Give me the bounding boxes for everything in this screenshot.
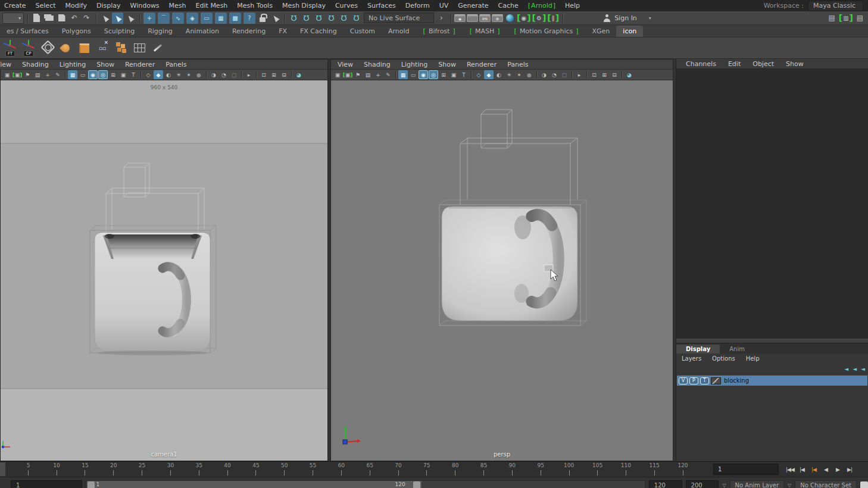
step-back-key-button[interactable]: |◀ xyxy=(797,467,807,473)
pane-single-layout-icon[interactable]: ⊡ xyxy=(259,70,268,79)
snap-curve-icon[interactable]: Ω xyxy=(301,12,312,24)
play-forwards-button[interactable]: ▶ xyxy=(832,467,843,473)
spreadsheet-shelf-icon[interactable] xyxy=(132,39,147,57)
panel-menu-lighting[interactable]: Lighting xyxy=(54,61,91,68)
menu-edit-mesh[interactable]: Edit Mesh xyxy=(192,2,232,10)
shelf-tab-rendering[interactable]: Rendering xyxy=(226,26,272,37)
shelf-tab-xgen[interactable]: XGen xyxy=(586,26,617,37)
menu-display[interactable]: Display xyxy=(92,2,125,10)
shelf-tab-fx[interactable]: FX xyxy=(272,26,294,37)
anim-layer-dropdown[interactable]: No Anim Layer xyxy=(730,480,785,488)
character-set-dropdown[interactable]: No Character Set xyxy=(795,480,857,488)
gamma-icon[interactable]: ◔ xyxy=(549,70,559,79)
shaded-display-icon[interactable]: ◆ xyxy=(154,70,163,79)
bend-deformer-shelf-icon[interactable] xyxy=(58,39,73,57)
create-empty-layer-icon[interactable]: ◄ xyxy=(861,366,865,372)
film-gate-icon[interactable]: ▭ xyxy=(78,70,88,79)
menu-modify[interactable]: Modify xyxy=(61,2,91,10)
layer-display-type-toggle[interactable]: T xyxy=(700,377,709,384)
redo-icon[interactable]: ↷ xyxy=(81,12,92,24)
menu-select[interactable]: Select xyxy=(32,2,60,10)
menu-uv[interactable]: UV xyxy=(435,2,453,10)
range-selected[interactable] xyxy=(87,481,422,488)
undo-icon[interactable]: ↶ xyxy=(68,12,80,24)
panel-menu-panels[interactable]: Panels xyxy=(160,61,192,68)
range-start-handle[interactable] xyxy=(88,481,95,488)
move-layer-up-icon[interactable]: ◄ xyxy=(844,366,848,372)
right-viewport[interactable]: persp xyxy=(331,80,673,461)
snap-grid-icon[interactable]: Ω xyxy=(288,12,299,24)
shelf-tab-rigging[interactable]: Rigging xyxy=(141,26,179,37)
panel-menu-view[interactable]: View xyxy=(0,61,17,68)
character-controls-icon[interactable]: ▥ xyxy=(839,12,853,24)
pane-four-layout-icon[interactable]: ⊞ xyxy=(269,70,279,79)
cp-control-shelf-icon[interactable]: CP xyxy=(21,39,36,57)
current-frame-field[interactable]: 1 xyxy=(713,464,779,475)
shelf-tab-polygons[interactable]: Polygons xyxy=(55,26,98,37)
resolution-gate-icon[interactable]: ◉ xyxy=(419,70,428,79)
panel-menu-lighting[interactable]: Lighting xyxy=(396,61,433,68)
attribute-editor-icon[interactable]: ▤ xyxy=(854,12,866,24)
resolution-gate-icon[interactable]: ◉ xyxy=(88,70,98,79)
safe-action-icon[interactable]: ▣ xyxy=(449,70,458,79)
pane-outliner-layout-icon[interactable]: ⊟ xyxy=(610,70,619,79)
render-view-icon[interactable]: ◉ xyxy=(454,14,466,22)
pane-four-layout-icon[interactable]: ⊞ xyxy=(600,70,609,79)
shelf-tab-fx-caching[interactable]: FX Caching xyxy=(294,26,344,37)
range-end-handle[interactable] xyxy=(413,481,420,488)
construction-plane-shelf-icon[interactable] xyxy=(39,39,55,57)
safe-title-icon[interactable]: T xyxy=(129,70,138,79)
field-chart-icon[interactable]: ⊞ xyxy=(108,70,118,79)
wireframe-display-icon[interactable]: ◇ xyxy=(474,70,483,79)
viewport-settings-icon[interactable]: ◕ xyxy=(625,70,634,79)
highlight-selection-icon[interactable] xyxy=(270,12,281,24)
shaded-display-icon[interactable]: ◆ xyxy=(484,70,494,79)
menu-mesh-tools[interactable]: Mesh Tools xyxy=(233,2,277,10)
mask-deformations-icon[interactable]: ▭ xyxy=(201,12,213,24)
menu-generate[interactable]: Generate xyxy=(454,2,492,10)
wireframe-display-icon[interactable]: ◇ xyxy=(143,70,153,79)
menu-cache[interactable]: Cache xyxy=(494,2,523,10)
select-camera-icon[interactable]: ▣ xyxy=(333,70,342,79)
sidebar-splitter[interactable] xyxy=(676,339,868,343)
menu-deform[interactable]: Deform xyxy=(401,2,434,10)
go-to-start-button[interactable]: |◀◀ xyxy=(785,467,795,473)
mask-curves-icon[interactable]: ∿ xyxy=(172,12,184,24)
layer-tab-display[interactable]: Display xyxy=(676,345,720,354)
shelf-tab-arnold[interactable]: Arnold xyxy=(382,26,416,37)
2d-pan-zoom-icon[interactable]: + xyxy=(373,70,383,79)
panel-menu-view[interactable]: View xyxy=(332,61,358,68)
textured-display-icon[interactable]: ◐ xyxy=(164,70,173,79)
screen-space-ao-icon[interactable]: ● xyxy=(524,70,534,79)
screen-space-ao-icon[interactable]: ● xyxy=(194,70,204,79)
menu-edit[interactable]: Edit xyxy=(722,60,747,68)
shelf-tab-custom[interactable]: Custom xyxy=(344,26,382,37)
panel-menu-shading[interactable]: Shading xyxy=(358,61,396,68)
shadows-icon[interactable]: ✶ xyxy=(184,70,193,79)
timeline-ticks[interactable]: 5101520253035404550556065707580859095100… xyxy=(0,462,708,477)
pause-viewport-icon[interactable]: ∥ xyxy=(547,12,559,24)
pane-single-layout-icon[interactable]: ⊡ xyxy=(589,70,599,79)
modeling-toolkit-icon[interactable]: ▤ xyxy=(826,12,838,24)
panel-menu-renderer[interactable]: Renderer xyxy=(120,61,160,68)
textured-display-icon[interactable]: ◐ xyxy=(494,70,504,79)
move-layer-down-icon[interactable]: ◄ xyxy=(853,366,857,372)
layer-row-blocking[interactable]: VPT blocking xyxy=(677,376,867,386)
playback-start-field[interactable]: 1 xyxy=(11,480,82,488)
playback-end-field[interactable]: 120 xyxy=(649,480,682,488)
shelf-tab-icon[interactable]: icon xyxy=(616,26,643,37)
ft-control-shelf-icon[interactable]: FT xyxy=(2,39,18,57)
selection-mask-dropdown[interactable]: ▾ xyxy=(2,12,24,24)
safe-title-icon[interactable]: T xyxy=(459,70,469,79)
lock-selection-icon[interactable] xyxy=(257,12,268,24)
view-transform-icon[interactable]: ▢ xyxy=(560,70,569,79)
sign-in-button[interactable]: Sign In ▾ xyxy=(598,12,656,24)
isolate-select-icon[interactable]: ▸ xyxy=(574,70,584,79)
history-expand-icon[interactable]: › xyxy=(436,12,447,24)
menu-mesh-display[interactable]: Mesh Display xyxy=(278,2,330,10)
use-all-lights-icon[interactable]: ☀ xyxy=(174,70,183,79)
open-scene-icon[interactable] xyxy=(43,12,55,24)
left-viewport[interactable]: 960 x 540 camera1 xyxy=(1,80,327,461)
menu-channels[interactable]: Channels xyxy=(680,60,722,68)
layer-color-swatch[interactable] xyxy=(711,377,721,384)
